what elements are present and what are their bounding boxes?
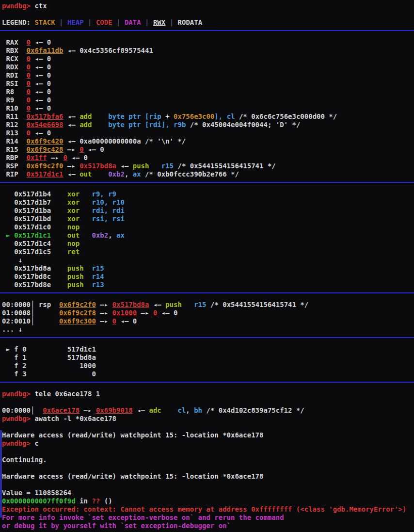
text-segment [182,301,194,308]
watchpoint-message: Hardware access (read/write) watchpoint … [2,431,414,439]
text-segment: byte ptr [rip [108,113,161,120]
text-segment [92,121,108,129]
text-segment: | [165,18,177,26]
disasm-row: 0x517d1b4 xor r9, r9 [2,190,414,198]
text-segment: ◂— 0 [67,154,88,161]
text-segment: R10 [2,104,27,112]
text-segment: , [186,406,194,414]
text-segment: 0x1000 [112,309,137,317]
text-segment: 0 [27,63,31,71]
backtrace-row-current: ► f 0 517d1c1 [2,345,414,354]
blank-line [2,464,414,472]
text-segment [80,190,92,198]
text-segment: 0x517d1c4 [2,240,67,247]
text-segment: RBX [2,47,27,54]
text-segment: 0x6ace178 [43,406,80,414]
text-segment: RWX [153,18,165,26]
text-segment: ► f 0 517d1c1 [2,345,96,353]
register-row-r11: R11 0x517bfa6 ◂— add byte ptr [rip + 0x7… [2,113,414,121]
register-row-r14: R14 0x6f9c420 ◂— 0xa00000000000a /* '\n'… [2,137,414,145]
text-segment: push [133,162,149,170]
register-row-rax: RAX 0 ◂— 0 [2,38,414,47]
text-segment: Value = 110858264 [2,489,71,497]
section-divider [0,182,414,190]
text-segment: , [125,170,133,178]
blank-line [2,481,414,489]
text-segment: /* 0x5441554156415741 */ [206,301,308,308]
stack-more-arrow: ... ↓ [2,325,414,334]
stack-row: 02:0010│ 0x6f9c300 —▸ 0 ◂— 0 [2,317,414,325]
text-segment: + [161,113,174,120]
exception-hint: For more info invoke `set exception-verb… [2,514,414,522]
text-segment: HEAP [67,18,84,26]
text-segment: /* 0x5441554156415741 */ [174,162,276,170]
text-segment: | [84,18,96,26]
text-segment: | [55,18,67,26]
text-segment: ax [112,231,125,239]
text-segment: RSP [2,162,27,170]
text-segment: r13 [92,281,104,289]
continuing-message: Continuing. [2,456,414,464]
disasm-jump-arrow: ↓ [2,256,414,264]
text-segment: 0x517d1bd [2,215,67,223]
text-segment: RIP [2,170,27,178]
text-segment: 0 [63,154,67,161]
register-row-r9: R9 0 ◂— 0 [2,96,414,104]
text-segment: ◂— 0 [31,71,51,79]
text-segment: ◂— [63,170,80,178]
text-segment [84,273,92,280]
text-segment: 0 [27,129,31,137]
text-segment: ◂— [116,162,133,170]
text-segment: or debug it by yourself with `set except… [2,522,231,530]
text-segment: 0 [27,38,31,46]
register-row-r10: R10 0 ◂— 0 [2,104,414,113]
register-row-rsi: RSI 0 ◂— 0 [2,80,414,88]
text-segment: 0x6fa11db [27,47,64,54]
text-segment: ◂— [63,113,80,120]
text-segment: , [108,231,112,239]
text-segment: 0x6f9c2f0 [27,162,64,170]
text-segment: 0x517d1c0 [2,223,67,231]
text-segment: 0x517d1b7 [2,198,67,206]
text-segment [80,198,92,206]
text-segment: c [34,439,38,447]
text-segment: ?? [92,497,100,505]
text-segment: ◂— 0 [157,309,177,317]
text-segment: R15 [2,145,27,153]
text-segment: ◂— 0 [31,96,51,104]
text-segment: nop [67,223,80,231]
text-segment: ↓ [2,256,22,264]
text-segment: cl [177,406,186,414]
text-segment [92,113,108,120]
disasm-row: 0x517d1c4 nop [2,240,414,248]
text-segment: pwndbg> [2,439,34,447]
text-segment [84,264,92,272]
text-segment: | [141,18,153,26]
text-segment: 0x517d1c1 [27,170,64,178]
text-segment: —▸ [47,154,64,161]
text-segment: r15 [161,162,174,170]
text-segment: r10, r10 [92,198,124,206]
text-segment: R14 [2,137,27,145]
text-segment: 0 [27,96,31,104]
backtrace-row: f 1 517bd8a [2,354,414,362]
text-segment: —▸ [96,317,112,325]
text-segment [80,215,92,223]
disasm-row: 0x517bd8e push r13 [2,281,414,289]
command-line-ctx: pwndbg> ctx [2,2,414,10]
text-segment: RAX [2,38,27,46]
text-segment: 0x6f9c300 [59,317,96,325]
text-segment [149,162,161,170]
value-message: Value = 110858264 [2,489,414,497]
disasm-row-current: ► 0x517d1c1 out 0xb2, ax [2,231,414,240]
text-segment: RSI [2,80,27,87]
text-segment: 0x1ff [27,154,47,161]
text-segment: —▸ [80,406,96,414]
text-segment: ◂— 0 [84,145,104,153]
register-row-rdi: RDI 0 ◂— 0 [2,71,414,80]
text-segment: nop [67,240,80,247]
text-segment: ◂— 0 [31,80,51,87]
text-segment [80,231,92,239]
text-segment: STACK [34,18,55,26]
text-segment: xor [67,207,80,214]
